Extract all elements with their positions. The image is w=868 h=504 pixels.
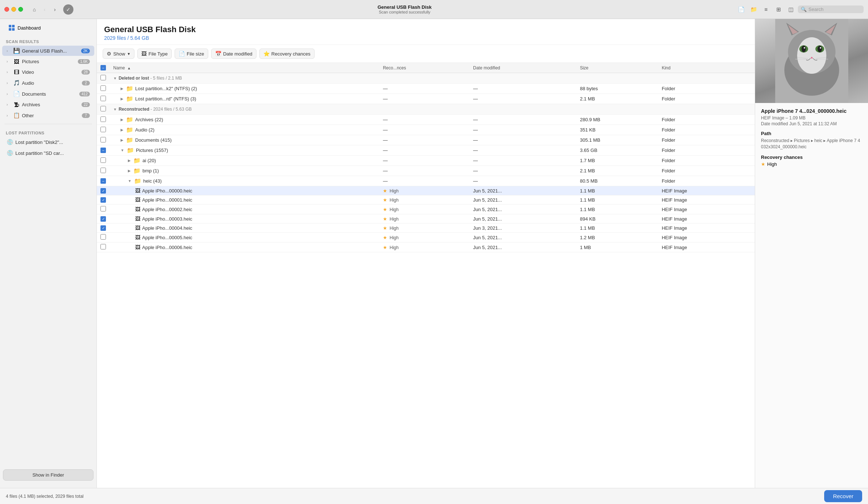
col-size[interactable]: Size [576, 63, 658, 73]
table-row[interactable]: ▶📁Archives (22) — — 280.9 MB Folder [97, 115, 755, 125]
table-row[interactable]: ✓ 🖼Apple iPho...00003.heic ★ High Jun 5,… [97, 214, 755, 224]
row-checkbox[interactable] [100, 157, 106, 163]
show-in-finder-button[interactable]: Show in Finder [3, 469, 94, 481]
expand-icon[interactable]: ▼ [121, 148, 124, 152]
name-cell: ▶📁Documents (415) [113, 137, 376, 144]
col-recovery[interactable]: Reco...nces [379, 63, 469, 73]
chevron-icon: › [7, 60, 11, 64]
col-name[interactable]: Name ▲ [110, 63, 379, 73]
section-deleted-or-lost: ▼ Deleted or lost - 5 files / 2.1 MB [97, 73, 755, 84]
row-checkbox[interactable] [100, 85, 106, 91]
table-row[interactable]: − ▼📁heic (43) — — 80.5 MB Folder [97, 176, 755, 186]
search-box[interactable]: 🔍 [798, 5, 864, 13]
sidebar-item-dashboard[interactable]: Dashboard [3, 23, 94, 33]
back-button[interactable]: ‹ [40, 5, 49, 14]
close-button[interactable] [4, 7, 9, 12]
table-row[interactable]: ▶📁Documents (415) — — 305.1 MB Folder [97, 135, 755, 145]
recovery-cell: — [379, 166, 469, 176]
expand-icon[interactable]: ▶ [121, 128, 123, 132]
row-checkbox[interactable] [100, 206, 106, 211]
window-subtitle: Scan completed successfully [77, 10, 732, 14]
file-type-button[interactable]: 🖼 File Type [137, 49, 172, 59]
file-icon-btn[interactable]: 📄 [736, 4, 747, 15]
table-row[interactable]: ▶📁Lost partition...rd" (NTFS) (3) — — 2.… [97, 94, 755, 104]
sidebar-item-general-usb[interactable]: › 💾 General USB Flash... 2K [2, 46, 94, 56]
row-checkbox[interactable] [100, 127, 106, 132]
list-view-btn[interactable]: ≡ [761, 4, 772, 15]
table-row[interactable]: ▶📁bmp (1) — — 2.1 MB Folder [97, 166, 755, 176]
search-input[interactable] [808, 7, 861, 12]
table-row[interactable]: − ▼📁Pictures (1557) — — 3.65 GB Folder [97, 145, 755, 156]
expand-icon[interactable]: ▶ [121, 87, 123, 91]
row-checkbox[interactable] [100, 137, 106, 142]
partial-check-box[interactable]: − [100, 178, 106, 184]
section-checkbox[interactable] [100, 106, 106, 111]
expand-icon[interactable]: ▼ [128, 179, 132, 183]
table-row[interactable]: ✓ 🖼Apple iPho...00001.heic ★ High Jun 5,… [97, 195, 755, 205]
sidebar-item-sdcar[interactable]: 💿 Lost partition "SD car... [2, 148, 94, 158]
star-icon: ★ [383, 207, 387, 212]
file-size-button[interactable]: 📄 File size [175, 49, 208, 59]
minimize-button[interactable] [11, 7, 16, 12]
recover-button[interactable]: Recover [824, 490, 862, 502]
home-button[interactable]: ⌂ [30, 5, 39, 14]
checked-checkbox[interactable]: ✓ [100, 197, 106, 203]
recovery-chances-button[interactable]: ⭐ Recovery chances [259, 49, 315, 59]
row-checkbox[interactable] [100, 96, 106, 101]
sidebar-item-pictures[interactable]: › 🖼 Pictures 1.6K [2, 57, 94, 66]
col-kind[interactable]: Kind [658, 63, 755, 73]
section-expand-btn[interactable]: ▼ [113, 107, 118, 111]
sidebar-item-disk2[interactable]: 💿 Lost partition "Disk2"... [2, 137, 94, 147]
grid-view-btn[interactable]: ⊞ [773, 4, 784, 15]
recovery-cell: ★ High [379, 233, 469, 243]
expand-icon[interactable]: ▶ [121, 118, 123, 122]
folder-icon-btn[interactable]: 📁 [748, 4, 759, 15]
table-row[interactable]: ✓ 🖼Apple iPho...00000.heic ★ High Jun 5,… [97, 186, 755, 195]
table-row[interactable]: 🖼Apple iPho...00006.heic ★ High Jun 5, 2… [97, 243, 755, 252]
sidebar-item-audio[interactable]: › 🎵 Audio 2 [2, 78, 94, 88]
table-row[interactable]: ▶📁Lost partition...k2" (NTFS) (2) — — 88… [97, 84, 755, 94]
expand-icon[interactable]: ▶ [121, 97, 123, 101]
show-label: Show [113, 51, 125, 57]
row-checkbox[interactable] [100, 244, 106, 249]
sidebar-item-documents[interactable]: › 📄 Documents 412 [2, 89, 94, 99]
row-checkbox[interactable] [100, 117, 106, 122]
kind-cell: HEIF Image [658, 186, 755, 195]
partial-check-box[interactable]: − [100, 148, 106, 153]
traffic-lights [4, 7, 23, 12]
table-row[interactable]: ✓ 🖼Apple iPho...00004.heic ★ High Jun 3,… [97, 224, 755, 233]
checked-checkbox[interactable]: ✓ [100, 188, 106, 194]
chevron-icon: › [7, 70, 11, 74]
col-date[interactable]: Date modified [469, 63, 576, 73]
section-expand-btn[interactable]: ▼ [113, 76, 118, 80]
expand-icon[interactable]: ▶ [121, 138, 123, 142]
date-modified-button[interactable]: 📅 Date modified [211, 49, 256, 59]
expand-icon[interactable]: ▶ [128, 169, 131, 173]
table-row[interactable]: 🖼Apple iPho...00005.heic ★ High Jun 5, 2… [97, 233, 755, 243]
forward-button[interactable]: › [50, 5, 60, 14]
fullscreen-button[interactable] [18, 7, 23, 12]
select-all-checkbox[interactable]: − [100, 65, 106, 70]
sidebar-label-disk2: Lost partition "Disk2"... [15, 140, 90, 145]
checked-checkbox[interactable]: ✓ [100, 225, 106, 231]
recovery-cell: — [379, 176, 469, 186]
section-reconstructed: ▼ Reconstructed - 2024 files / 5.63 GB [97, 104, 755, 115]
table-row[interactable]: ▶📁ai (20) — — 1.7 MB Folder [97, 156, 755, 166]
sidebar-item-archives[interactable]: › 🗜 Archives 22 [2, 100, 94, 110]
chevron-icon: › [7, 49, 11, 53]
table-row[interactable]: ▶📁Audio (2) — — 351 KB Folder [97, 125, 755, 135]
folder-icon: 📁 [126, 116, 133, 123]
show-button[interactable]: ⚙ Show ▼ [103, 49, 134, 59]
table-row[interactable]: 🖼Apple iPho...00002.heic ★ High Jun 5, 2… [97, 205, 755, 214]
sidebar-item-other[interactable]: › 📋 Other 7 [2, 110, 94, 121]
split-view-btn[interactable]: ◫ [785, 4, 796, 15]
expand-icon[interactable]: ▶ [128, 159, 131, 163]
kind-cell: HEIF Image [658, 243, 755, 252]
file-table-wrapper: − Name ▲ Reco...nces Date modified [97, 63, 755, 488]
row-checkbox[interactable] [100, 168, 106, 173]
sidebar-item-video[interactable]: › 🎞 Video 28 [2, 67, 94, 77]
row-checkbox[interactable] [100, 234, 106, 240]
section-checkbox[interactable] [100, 75, 106, 80]
checked-checkbox[interactable]: ✓ [100, 216, 106, 222]
size-cell: 1.1 MB [576, 186, 658, 195]
